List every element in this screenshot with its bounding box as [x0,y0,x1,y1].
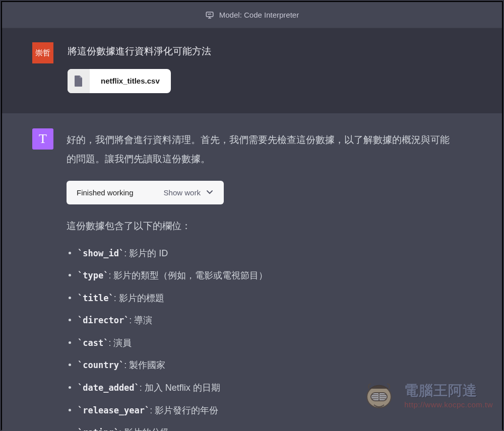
user-avatar: 崇哲 [32,42,53,63]
user-prompt-text: 將這份數據進行資料淨化可能方法 [68,44,472,59]
field-desc: : 影片的分級 [119,427,169,431]
model-header: Model: Code Interpreter [2,2,502,28]
assistant-avatar: T [32,128,53,150]
field-code: `title` [78,293,114,303]
field-code: `cast` [78,338,108,348]
field-desc: : 影片發行的年份 [150,405,218,415]
list-item: `cast`: 演員 [67,335,452,351]
mascot-icon [359,375,399,415]
work-status-label: Finished working [77,188,134,197]
list-item: `rating`: 影片的分級 [67,425,452,431]
model-icon [205,11,214,20]
show-work-label: Show work [164,188,201,197]
field-desc: : 演員 [108,338,132,348]
list-item: `country`: 製作國家 [67,357,452,373]
field-desc: : 影片的 ID [124,248,168,258]
list-item: `director`: 導演 [67,313,452,328]
watermark-brand-url: http://www.kocpc.com.tw [404,400,493,409]
field-desc: : 影片的標題 [114,293,164,303]
list-item: `title`: 影片的標題 [67,291,452,306]
show-work-toggle[interactable]: Finished working Show work [67,181,224,204]
file-attachment-chip[interactable]: netflix_titles.csv [68,69,171,93]
field-desc: : 導演 [129,315,152,325]
field-code: `director` [78,315,129,325]
field-code: `date_added` [78,383,140,393]
file-name: netflix_titles.csv [90,69,171,93]
field-desc: : 影片的類型（例如，電影或電視節目） [108,270,268,280]
field-desc: : 製作國家 [124,360,165,370]
field-code: `release_year` [78,405,150,415]
chevron-down-icon [206,188,214,197]
list-item: `type`: 影片的類型（例如，電影或電視節目） [67,268,452,283]
field-code: `rating` [78,427,119,431]
assistant-intro-text: 好的，我們將會進行資料清理。首先，我們需要先檢查這份數據，以了解數據的概況與可能… [67,130,452,169]
field-desc: : 加入 Netflix 的日期 [140,383,220,393]
file-icon [68,69,90,93]
user-message: 崇哲 將這份數據進行資料淨化可能方法 netflix_titles.csv [2,28,502,113]
watermark-brand-name: 電腦王阿達 [404,381,493,400]
field-code: `show_id` [78,248,124,258]
model-label: Model: Code Interpreter [219,11,299,19]
field-code: `type` [78,270,108,280]
watermark: 電腦王阿達 http://www.kocpc.com.tw [359,375,493,415]
columns-intro-text: 這份數據包含了以下的欄位： [67,217,452,236]
list-item: `show_id`: 影片的 ID [67,246,452,261]
field-code: `country` [78,360,124,370]
